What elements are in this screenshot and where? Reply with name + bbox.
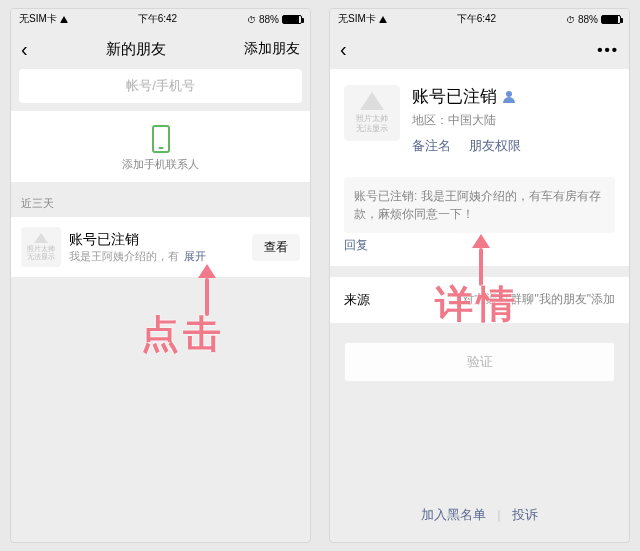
battery-pct: 88%	[578, 14, 598, 25]
add-contacts-row[interactable]: 添加手机联系人	[11, 111, 310, 182]
status-bar: 无SIM卡 下午6:42 88%	[330, 9, 629, 29]
section-header: 近三天	[11, 190, 310, 217]
more-icon[interactable]: •••	[597, 41, 619, 58]
avatar-placeholder-icon	[34, 233, 48, 243]
status-time: 下午6:42	[138, 12, 177, 26]
annotation-click: 点击	[141, 309, 225, 360]
friend-request-row[interactable]: 照片太帅 无法显示 账号已注销 我是王阿姨介绍的，有 展开 查看	[11, 217, 310, 277]
profile-header: 照片太帅 无法显示 账号已注销 地区：中国大陆 备注名 朋友权限	[330, 69, 629, 167]
avatar-placeholder-icon	[360, 92, 384, 110]
phone-icon	[152, 125, 170, 153]
verify-button[interactable]: 验证	[344, 342, 615, 382]
alarm-icon	[247, 14, 256, 25]
source-value: 对方通过群聊"我的朋友"添加	[462, 291, 615, 309]
phone-left: 无SIM卡 下午6:42 88% ‹ 新的朋友 添加朋友 帐号/手机号 添加手机…	[10, 8, 311, 543]
nav-bar: ‹ 新的朋友 添加朋友	[11, 29, 310, 69]
avatar: 照片太帅 无法显示	[21, 227, 61, 267]
profile-name: 账号已注销	[412, 85, 497, 108]
status-time: 下午6:42	[457, 12, 496, 26]
nav-bar: ‹ •••	[330, 29, 629, 69]
report-link[interactable]: 投诉	[512, 507, 538, 522]
page-title: 新的朋友	[28, 40, 244, 59]
avatar[interactable]: 照片太帅 无法显示	[344, 85, 400, 141]
add-friend-action[interactable]: 添加朋友	[244, 40, 300, 58]
wifi-icon	[379, 14, 387, 25]
view-button[interactable]: 查看	[252, 234, 300, 261]
source-label: 来源	[344, 291, 370, 309]
back-icon[interactable]: ‹	[340, 39, 347, 59]
battery-icon	[282, 15, 302, 24]
expand-link[interactable]: 展开	[184, 250, 206, 262]
carrier-label: 无SIM卡	[338, 12, 376, 26]
request-name: 账号已注销	[69, 231, 244, 249]
phone-right: 无SIM卡 下午6:42 88% ‹ ••• 照片太帅 无法显示 账号已注销	[329, 8, 630, 543]
battery-icon	[601, 15, 621, 24]
search-placeholder: 帐号/手机号	[126, 77, 195, 95]
verification-message: 账号已注销: 我是王阿姨介绍的，有车有房有存款，麻烦你同意一下！	[344, 177, 615, 233]
separator: |	[497, 507, 500, 522]
person-icon	[503, 91, 515, 103]
permission-link[interactable]: 朋友权限	[469, 137, 521, 155]
battery-pct: 88%	[259, 14, 279, 25]
alarm-icon	[566, 14, 575, 25]
search-input[interactable]: 帐号/手机号	[19, 69, 302, 103]
blacklist-link[interactable]: 加入黑名单	[421, 507, 486, 522]
remark-link[interactable]: 备注名	[412, 137, 451, 155]
bottom-links: 加入黑名单 | 投诉	[330, 506, 629, 524]
request-msg-preview: 我是王阿姨介绍的，有	[69, 250, 179, 262]
back-icon[interactable]: ‹	[21, 39, 28, 59]
source-row[interactable]: 来源 对方通过群聊"我的朋友"添加	[330, 276, 629, 324]
add-contacts-label: 添加手机联系人	[122, 157, 199, 172]
carrier-label: 无SIM卡	[19, 12, 57, 26]
request-info: 账号已注销 我是王阿姨介绍的，有 展开	[69, 231, 244, 264]
region-line: 地区：中国大陆	[412, 112, 521, 129]
status-bar: 无SIM卡 下午6:42 88%	[11, 9, 310, 29]
wifi-icon	[60, 14, 68, 25]
reply-link[interactable]: 回复	[344, 237, 615, 254]
